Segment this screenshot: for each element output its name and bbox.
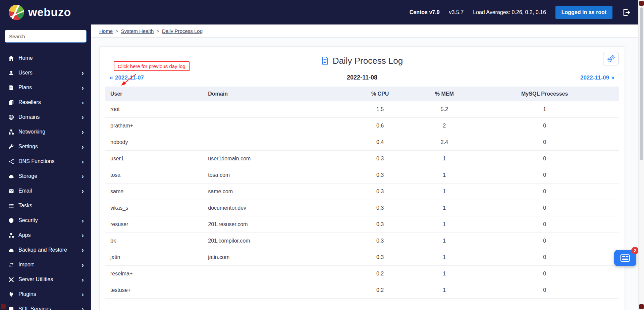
sidebar-item-settings[interactable]: Settings›: [0, 139, 91, 154]
column-header: Domain: [203, 87, 341, 101]
sidebar-item-sql-services[interactable]: SQL Services›: [0, 302, 91, 310]
globe-icon: [8, 114, 14, 120]
wrench-icon: [8, 144, 14, 150]
resellers-icon: [8, 99, 14, 105]
user-cell: same: [105, 184, 203, 200]
sidebar-item-resellers[interactable]: Resellers›: [0, 95, 91, 110]
cpu-cell: 0.3: [341, 249, 419, 266]
sidebar-item-apps[interactable]: Apps›: [0, 228, 91, 243]
sidebar-item-plans[interactable]: Plans›: [0, 80, 91, 95]
page-title-text: Daily Process Log: [333, 56, 403, 66]
domain-cell: 201.compilor.com: [203, 233, 341, 249]
sidebar-item-label: Home: [18, 55, 84, 61]
envelope-icon: [8, 188, 14, 194]
breadcrumb-link[interactable]: Home: [99, 28, 113, 34]
breadcrumb-link[interactable]: System Health: [121, 28, 154, 34]
database-icon: [8, 306, 14, 310]
breadcrumb-separator: >: [156, 28, 159, 34]
vertical-scrollbar[interactable]: [638, 0, 644, 310]
shield-icon: [8, 217, 14, 223]
sidebar-item-security[interactable]: Security›: [0, 213, 91, 228]
chevron-right-icon: ›: [82, 114, 84, 120]
scroll-up-arrow[interactable]: [639, 1, 644, 6]
next-day-link[interactable]: 2022-11-09 »: [580, 74, 614, 81]
sidebar-item-plugins[interactable]: Plugins›: [0, 287, 91, 302]
domain-cell: [203, 282, 341, 299]
user-cell: tosa: [105, 167, 203, 184]
chevron-right-icon: ›: [82, 84, 84, 91]
process-table-body: root1.55.21pratham+0.620nobody0.42.40use…: [105, 101, 619, 299]
user-cell: nobody: [105, 134, 203, 151]
process-table-wrap: UserDomain% CPU% MEMMySQL Processes root…: [105, 87, 619, 299]
sidebar-item-networking[interactable]: Networking›: [0, 124, 91, 139]
process-table-head-row: UserDomain% CPU% MEMMySQL Processes: [105, 87, 619, 101]
mysql-cell: 0: [470, 167, 619, 184]
domain-cell: [203, 118, 341, 134]
table-row: jatinjatin.com0.310: [105, 249, 619, 266]
webuzo-logo[interactable]: webuzo: [9, 5, 71, 20]
scrollbar-thumb[interactable]: [640, 7, 643, 160]
chevron-right-icon: ›: [82, 99, 84, 106]
cpu-cell: 0.2: [341, 266, 419, 282]
domain-cell: documentor.dev: [203, 200, 341, 216]
chevron-right-icon: ›: [82, 158, 84, 165]
chevron-right-icon: ›: [82, 69, 84, 76]
domain-cell: tosa.com: [203, 167, 341, 184]
gears-icon: [606, 55, 615, 62]
mem-cell: 1: [419, 233, 470, 249]
mysql-cell: 0: [470, 249, 619, 266]
chevron-right-icon: ›: [82, 306, 84, 310]
sidebar-item-label: Users: [18, 70, 82, 76]
network-icon: [8, 129, 14, 135]
load-averages-label: Load Averages: 0.26, 0.2, 0.16: [473, 9, 546, 15]
chevron-right-icon: ›: [82, 276, 84, 283]
user-cell: reselma+: [105, 266, 203, 282]
sidebar-item-home[interactable]: Home: [0, 51, 91, 65]
import-icon: [8, 262, 14, 268]
settings-button[interactable]: [603, 52, 619, 65]
sidebar-item-storage[interactable]: Storage›: [0, 169, 91, 184]
sidebar-item-label: Apps: [18, 232, 82, 238]
sidebar-item-users[interactable]: Users›: [0, 65, 91, 80]
mem-cell: 1: [419, 184, 470, 200]
sidebar-search-wrap: [0, 24, 91, 45]
search-input[interactable]: [5, 30, 87, 43]
brand-name: webuzo: [28, 6, 71, 19]
table-row: samesame.com0.310: [105, 184, 619, 200]
sidebar-item-dns-functions[interactable]: DNS Functions›: [0, 154, 91, 169]
column-header: MySQL Processes: [470, 87, 619, 101]
logged-in-as-root-button[interactable]: Logged in as root: [555, 6, 612, 19]
table-row: testuse+0.210: [105, 282, 619, 299]
annotation-arrow-icon: [117, 73, 141, 88]
sidebar-item-import[interactable]: Import›: [0, 257, 91, 272]
table-row: user1user1domain.com0.310: [105, 151, 619, 167]
domain-cell: [203, 134, 341, 151]
os-version-label: Centos v7.9: [410, 9, 440, 15]
sidebar-item-server-utilities[interactable]: Server Utilities›: [0, 272, 91, 287]
main-content: Home>System Health>Daily Process Log Dai…: [91, 24, 638, 310]
user-cell: testuse+: [105, 282, 203, 299]
logout-icon[interactable]: [622, 8, 631, 17]
user-cell: user1: [105, 151, 203, 167]
domain-cell: user1domain.com: [203, 151, 341, 167]
topbar-right: Centos v7.9 v3.5.7 Load Averages: 0.26, …: [410, 6, 631, 19]
sidebar-item-tasks[interactable]: Tasks: [0, 198, 91, 213]
sidebar-item-backup-and-restore[interactable]: Backup and Restore›: [0, 243, 91, 257]
sidebar-item-domains[interactable]: Domains›: [0, 110, 91, 124]
breadcrumb-link[interactable]: Daily Process Log: [162, 28, 203, 34]
scroll-down-arrow[interactable]: [639, 304, 644, 309]
chevron-right-icon: ›: [82, 217, 84, 224]
sidebar-item-email[interactable]: Email›: [0, 184, 91, 198]
mem-cell: 1: [419, 151, 470, 167]
daily-process-log-card: Daily Process Log Click here for previou…: [99, 46, 625, 310]
mem-cell: 1: [419, 200, 470, 216]
user-cell: resuser: [105, 216, 203, 233]
plug-icon: [8, 291, 14, 297]
news-widget-button[interactable]: 2: [614, 250, 636, 266]
annotation-previous-day: Click here for previous day log: [114, 61, 190, 71]
mysql-cell: 0: [470, 216, 619, 233]
scroll-left-arrow[interactable]: [1, 304, 6, 309]
user-cell: pratham+: [105, 118, 203, 134]
table-row: root1.55.21: [105, 101, 619, 118]
news-icon: [620, 254, 630, 262]
